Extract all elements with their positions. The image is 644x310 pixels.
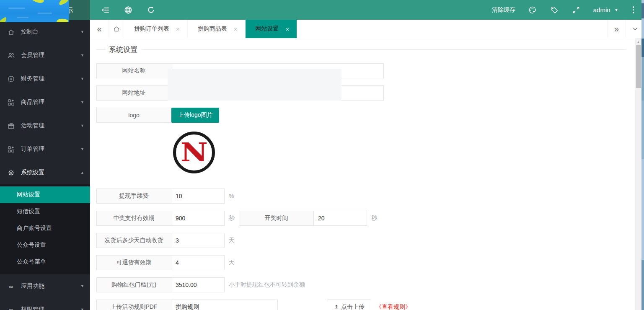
sidebar-item-activities[interactable]: 活动管理 ▼	[0, 114, 90, 137]
sidebar-item-label: 控制台	[21, 28, 39, 36]
kebab-menu-icon[interactable]	[631, 6, 636, 13]
return-period-row: 可退货有效期 天	[96, 255, 239, 270]
sidebar-item-goods[interactable]: 商品管理 ▼	[0, 90, 90, 114]
tab-label: 拼购商品表	[198, 25, 227, 33]
logo-label: logo	[96, 108, 171, 123]
refresh-icon[interactable]	[146, 5, 155, 15]
redpacket-threshold-row: 购物红包门槛(元) 小于时提现红包不可转到余额	[96, 277, 305, 292]
tab-group-goods-table[interactable]: 拼购商品表 ×	[188, 20, 246, 38]
withdraw-fee-input[interactable]	[171, 189, 225, 204]
palette-icon[interactable]	[528, 5, 537, 15]
scrollbar-thumb[interactable]	[636, 45, 641, 88]
users-icon	[7, 52, 15, 59]
sidebar-menu: 控制台 ▼ 会员管理 ▼ ¥ 财务管理 ▼	[0, 20, 90, 310]
user-menu[interactable]: admin ▼	[593, 6, 618, 13]
tab-group-order-list[interactable]: 拼购订单列表 ×	[124, 20, 188, 38]
win-pay-period-label: 中奖支付有效期	[96, 211, 171, 226]
upload-logo-button[interactable]: 上传logo图片	[171, 108, 219, 123]
chevron-down-icon: ▼	[80, 124, 84, 128]
return-period-input[interactable]	[171, 255, 225, 270]
globe-icon[interactable]	[124, 5, 133, 15]
chevron-down-icon: ▼	[80, 307, 84, 310]
draw-time-input[interactable]	[314, 211, 367, 226]
draw-time-label: 开奖时间	[239, 211, 314, 226]
sidebar-item-system-settings[interactable]: 系统设置 ▲	[0, 161, 90, 184]
sidebar-item-members[interactable]: 会员管理 ▼	[0, 44, 90, 67]
section-header: 系统设置	[96, 44, 626, 54]
sidebar-item-dashboard[interactable]: 控制台 ▼	[0, 20, 90, 44]
infinity-icon: ∞	[7, 306, 15, 310]
logo-row: logo 上传logo图片	[96, 108, 219, 123]
fullscreen-icon[interactable]	[572, 5, 581, 15]
sidebar-item-label: 活动管理	[21, 122, 44, 129]
submenu-item-official-menu[interactable]: 公众号菜单	[0, 253, 90, 270]
svg-text:¥: ¥	[10, 77, 12, 81]
sidebar-item-label: 会员管理	[21, 52, 44, 59]
sidebar-item-finance[interactable]: ¥ 财务管理 ▼	[0, 67, 90, 90]
tabs-scroll-left-icon[interactable]: «	[90, 20, 109, 38]
chevron-down-icon: ▼	[615, 8, 618, 12]
sidebar-item-permissions[interactable]: ∞ 权限管理 ▼	[0, 298, 90, 310]
home-icon	[7, 28, 15, 36]
username: admin	[593, 6, 610, 13]
chevron-up-icon: ▲	[80, 170, 84, 175]
app-window: 示 控制台 ▼ 会员管理 ▼	[0, 0, 644, 310]
home-tab[interactable]	[109, 20, 124, 38]
collapse-menu-icon[interactable]	[101, 5, 110, 15]
scrollbar-up-icon[interactable]: ▲	[635, 39, 641, 45]
submenu-item-official-account[interactable]: 公众号设置	[0, 237, 90, 253]
draw-time-unit: 秒	[367, 211, 381, 226]
orders-grid-icon	[7, 145, 15, 153]
sidebar-item-label: 应用功能	[21, 282, 44, 290]
auto-receive-input[interactable]	[171, 233, 225, 248]
redaction-overlay	[168, 69, 341, 101]
redpacket-threshold-label: 购物红包门槛(元)	[96, 277, 171, 292]
view-rules-link[interactable]: 《查看规则》	[376, 300, 411, 310]
auto-receive-unit: 天	[225, 233, 239, 248]
topbar: 清除缓存 admin ▼	[90, 0, 644, 20]
rules-pdf-label: 上传活动规则PDF	[96, 300, 171, 310]
main-content: 系统设置 网站名称 网站地址 logo 上传logo图片 N 提现手续费 % 中…	[90, 38, 638, 310]
sidebar-item-app-functions[interactable]: ∞ 应用功能 ▼	[0, 274, 90, 298]
sidebar-item-label: 权限管理	[21, 306, 44, 310]
tag-icon[interactable]	[550, 5, 559, 15]
infinity-icon: ∞	[7, 282, 15, 290]
chevron-down-icon: ▼	[80, 284, 84, 288]
win-pay-period-input[interactable]	[171, 211, 225, 226]
redpacket-threshold-input[interactable]	[171, 277, 225, 292]
withdraw-fee-unit: %	[225, 189, 239, 204]
upload-icon	[334, 304, 339, 310]
page-title: 系统设置	[109, 45, 137, 54]
window-edge-strip	[641, 0, 644, 310]
logo-letter: N	[180, 140, 207, 165]
upload-pdf-button[interactable]: 点击上传	[327, 300, 371, 310]
upload-pdf-button-label: 点击上传	[341, 303, 365, 310]
clear-cache-button[interactable]: 清除缓存	[492, 6, 515, 14]
tab-label: 拼购订单列表	[134, 25, 169, 33]
submenu-item-site-settings[interactable]: 网站设置	[0, 186, 90, 203]
tabbar: « 拼购订单列表 × 拼购商品表 × 网站设置 × »	[90, 20, 644, 38]
close-icon[interactable]: ×	[286, 26, 290, 33]
vertical-scrollbar[interactable]: ▲	[635, 38, 641, 310]
finance-yen-icon: ¥	[7, 75, 15, 83]
rules-pdf-row: 上传活动规则PDF 点击上传 《查看规则》	[96, 300, 411, 310]
tab-label: 网站设置	[256, 25, 279, 33]
tabs-scroll-right-icon[interactable]: »	[607, 20, 626, 38]
close-icon[interactable]: ×	[234, 26, 238, 33]
chevron-down-icon: ▼	[80, 147, 84, 151]
tab-site-settings[interactable]: 网站设置 ×	[246, 20, 297, 38]
sidebar-logo-bar: 示	[0, 0, 90, 20]
goods-grid-icon	[7, 98, 15, 106]
sidebar-item-orders[interactable]: 订单管理 ▼	[0, 137, 90, 161]
submenu-item-merchant-account[interactable]: 商户账号设置	[0, 220, 90, 237]
site-logo-image	[0, 0, 69, 22]
rules-pdf-input[interactable]	[171, 300, 278, 310]
withdraw-fee-row: 提现手续费 %	[96, 189, 239, 204]
sidebar: 示 控制台 ▼ 会员管理 ▼	[0, 0, 90, 310]
win-pay-period-unit: 秒	[225, 211, 239, 226]
win-pay-period-row: 中奖支付有效期 秒 开奖时间 秒	[96, 211, 381, 226]
site-url-label: 网站地址	[96, 85, 171, 101]
sidebar-item-label: 财务管理	[21, 75, 44, 83]
submenu-item-sms-settings[interactable]: 短信设置	[0, 203, 90, 220]
close-icon[interactable]: ×	[176, 26, 180, 33]
